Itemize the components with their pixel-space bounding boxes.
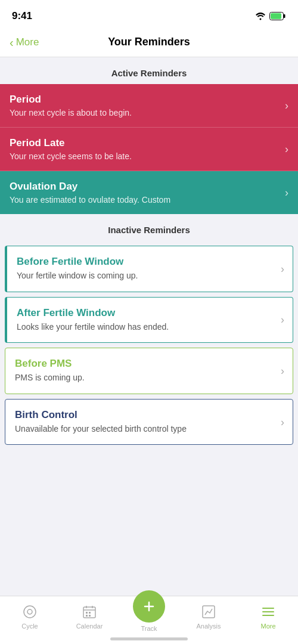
svg-point-4 [27, 609, 32, 614]
reminder-before-fertile-title: Before Fertile Window [17, 256, 266, 268]
svg-point-3 [24, 606, 36, 618]
reminder-period-late[interactable]: Period Late Your next cycle seems to be … [0, 128, 298, 171]
tab-track-label: Track [141, 625, 157, 632]
reminder-birth-control-chevron-icon: › [281, 416, 284, 428]
reminder-period-title: Period [10, 94, 272, 106]
tab-cycle[interactable]: Cycle [12, 603, 48, 630]
svg-rect-12 [89, 615, 91, 617]
tab-more[interactable]: More [250, 603, 286, 630]
tab-analysis-label: Analysis [197, 623, 221, 630]
reminder-ovulation-subtitle: You are estimated to ovulate today. Cust… [10, 195, 272, 205]
reminder-after-fertile-chevron-icon: › [281, 314, 284, 326]
nav-bar: ‹ More Your Reminders [0, 30, 298, 57]
back-button[interactable]: ‹ More [10, 36, 39, 48]
status-time: 9:41 [12, 10, 32, 22]
tab-cycle-label: Cycle [21, 623, 38, 630]
reminder-before-pms-chevron-icon: › [281, 364, 284, 377]
reminder-birth-control-title: Birth Control [15, 409, 266, 421]
cycle-icon [21, 603, 38, 620]
reminder-after-fertile-subtitle: Looks like your fertile window has ended… [17, 321, 266, 333]
calendar-icon [81, 603, 98, 620]
tab-bar: Cycle Calendar Track [0, 596, 298, 644]
home-indicator [110, 637, 188, 640]
tab-more-label: More [260, 623, 275, 630]
reminder-period[interactable]: Period Your next cycle is about to begin… [0, 84, 298, 128]
reminder-birth-control[interactable]: Birth Control Unavailable for your selec… [5, 399, 293, 445]
reminder-period-late-chevron-icon: › [285, 143, 288, 156]
track-add-button[interactable] [133, 590, 165, 623]
reminder-before-fertile-chevron-icon: › [281, 262, 284, 275]
svg-rect-9 [86, 612, 88, 614]
reminder-after-fertile-title: After Fertile Window [17, 307, 266, 319]
reminder-before-pms-title: Before PMS [15, 358, 266, 370]
svg-rect-10 [89, 612, 91, 614]
active-reminders-header: Active Reminders [0, 57, 298, 84]
reminder-after-fertile[interactable]: After Fertile Window Looks like your fer… [5, 297, 293, 343]
reminder-birth-control-subtitle: Unavailable for your selected birth cont… [15, 423, 266, 435]
page-title: Your Reminders [108, 36, 190, 48]
reminder-period-chevron-icon: › [285, 100, 288, 112]
svg-rect-2 [271, 13, 281, 19]
reminder-ovulation-title: Ovulation Day [10, 181, 272, 193]
reminder-period-subtitle: Your next cycle is about to begin. [10, 108, 272, 117]
wifi-icon [255, 12, 266, 20]
reminder-period-late-subtitle: Your next cycle seems to be late. [10, 151, 272, 161]
tab-calendar[interactable]: Calendar [72, 603, 107, 630]
reminder-before-pms[interactable]: Before PMS PMS is coming up. › [5, 348, 293, 394]
reminder-before-pms-subtitle: PMS is coming up. [15, 372, 266, 384]
reminder-before-fertile-subtitle: Your fertile window is coming up. [17, 270, 266, 282]
reminder-ovulation-day[interactable]: Ovulation Day You are estimated to ovula… [0, 171, 298, 214]
content-area: Active Reminders Period Your next cycle … [0, 57, 298, 503]
more-icon [260, 603, 277, 620]
tab-track[interactable]: Track [131, 601, 167, 632]
reminder-period-late-title: Period Late [10, 137, 272, 149]
battery-icon [269, 12, 286, 20]
analysis-icon [200, 603, 217, 620]
svg-rect-11 [86, 615, 88, 617]
tab-calendar-label: Calendar [76, 623, 103, 630]
tab-analysis[interactable]: Analysis [191, 603, 226, 630]
inactive-reminders-header: Inactive Reminders [0, 214, 298, 241]
svg-rect-1 [284, 14, 285, 18]
reminder-ovulation-chevron-icon: › [285, 187, 288, 199]
status-icons [255, 12, 286, 20]
status-bar: 9:41 [0, 0, 298, 30]
back-chevron-icon: ‹ [10, 36, 14, 48]
back-label: More [16, 36, 39, 48]
reminder-before-fertile[interactable]: Before Fertile Window Your fertile windo… [5, 246, 293, 292]
